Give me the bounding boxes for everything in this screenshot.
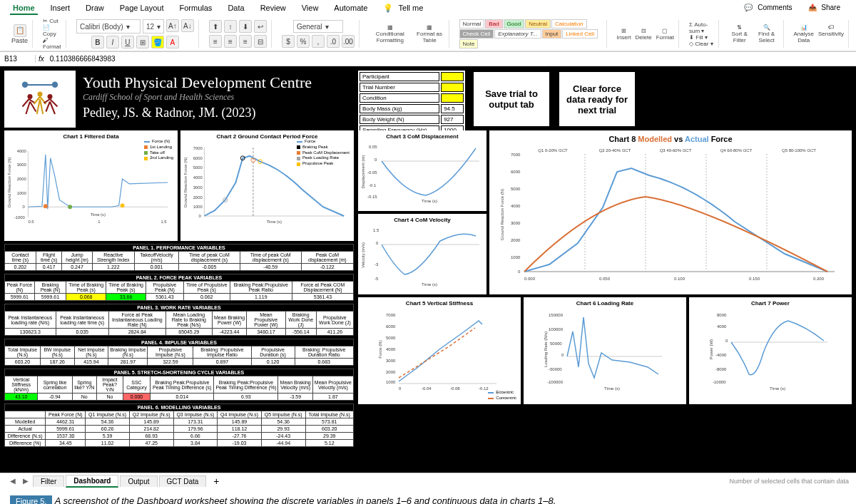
currency-icon[interactable]: $ [282, 35, 295, 48]
table-cell[interactable]: 603.20 [5, 359, 41, 366]
table-cell[interactable]: Mean Braking Velocity (m/s) [278, 376, 312, 394]
table-cell[interactable]: Propulsive Work Done (J) [316, 312, 353, 329]
sheet-tab-output[interactable]: Output [120, 475, 157, 487]
font-size-select[interactable]: 12 ▾ [143, 19, 164, 34]
table-cell[interactable]: Q4 Impulse (N.s) [218, 411, 262, 418]
table-cell[interactable]: 5999.61 [34, 294, 66, 301]
table-cell[interactable] [441, 93, 464, 103]
align-bottom-icon[interactable]: ⬇ [239, 20, 252, 33]
table-cell[interactable]: Net Impulse (N.s) [74, 346, 108, 359]
table-cell[interactable]: 5361.43 [292, 294, 353, 301]
tab-review[interactable]: Review [258, 2, 289, 15]
table-cell[interactable]: Braking Peak:Propulsive Peak Ratio [230, 282, 292, 294]
name-box[interactable]: B13 [0, 55, 36, 63]
style-input[interactable]: Input [542, 29, 562, 38]
table-cell[interactable]: Braking Peak:Propulsive Peak Timing Diff… [214, 376, 278, 394]
style-bad[interactable]: Bad [485, 19, 502, 29]
table-cell[interactable]: 54.36 [86, 418, 130, 426]
style-check-cell[interactable]: Check Cell [459, 29, 494, 38]
table-cell[interactable]: Q1 Impulse (N.s) [86, 411, 130, 418]
table-cell[interactable]: Time of peak CoM displacement (s) [240, 252, 301, 264]
table-cell[interactable]: Modelled [5, 418, 46, 426]
table-cell[interactable]: -3.59 [278, 394, 312, 401]
sheet-tab-filter[interactable]: Filter [33, 475, 64, 487]
table-cell[interactable]: 5361.43 [146, 294, 184, 301]
table-cell[interactable]: Propulsive Duration (s) [251, 346, 295, 359]
table-cell[interactable]: Difference (N.s) [5, 433, 46, 440]
table-cell[interactable]: 33.66 [106, 294, 146, 301]
style-explanatory[interactable]: Explanatory T... [494, 29, 541, 38]
table-cell[interactable]: 281.97 [108, 359, 148, 366]
italic-button[interactable]: I [106, 36, 119, 48]
style-calculation[interactable]: Calculation [551, 19, 587, 29]
clear-button[interactable]: ◇ Clear ▾ [689, 41, 713, 47]
table-cell[interactable]: 54.36 [261, 418, 305, 426]
table-cell[interactable]: Time of Braking Peak (s) [66, 282, 106, 294]
table-cell[interactable]: 0.120 [251, 359, 295, 366]
tab-draw[interactable]: Draw [83, 2, 107, 15]
style-normal[interactable]: Normal [459, 19, 485, 29]
table-cell[interactable]: -40.59 [240, 264, 301, 271]
table-cell[interactable]: 0.897 [193, 359, 251, 366]
fx-icon[interactable]: fx [36, 55, 47, 63]
border-button[interactable]: ⊞ [136, 36, 149, 48]
table-cell[interactable]: 60.26 [86, 426, 130, 433]
table-cell[interactable]: Mean Propulsive Velocity (m/s) [312, 376, 353, 394]
table-cell[interactable]: No [72, 394, 96, 401]
table-cell[interactable]: -24.43 [261, 433, 305, 440]
table-cell[interactable]: 322.59 [148, 359, 193, 366]
decrease-decimal-icon[interactable]: .00 [342, 35, 355, 48]
find-select-button[interactable]: 🔍Find & Select [755, 24, 779, 43]
decrease-font-icon[interactable]: A↓ [181, 19, 194, 32]
clear-force-button[interactable]: Clear force data ready for next trial [558, 71, 636, 128]
table-cell[interactable]: 0.035 [56, 329, 108, 336]
percent-icon[interactable]: % [297, 35, 310, 48]
table-cell[interactable]: Peak Force (N) [46, 411, 86, 418]
sheet-tab-dashboard[interactable]: Dashboard [66, 475, 118, 488]
table-cell[interactable]: 4462.31 [46, 418, 86, 426]
table-cell[interactable]: 43.10 [5, 394, 38, 401]
align-right-icon[interactable]: ≡ [239, 35, 252, 48]
paste-button[interactable]: 📋 [14, 24, 26, 37]
bold-button[interactable]: B [91, 36, 104, 48]
table-cell[interactable]: 0.202 [5, 264, 36, 271]
tab-insert[interactable]: Insert [48, 2, 73, 15]
align-top-icon[interactable]: ⬆ [209, 20, 222, 33]
table-cell[interactable]: 1537.30 [46, 433, 86, 440]
table-cell[interactable]: 34.45 [46, 440, 86, 447]
align-center-icon[interactable]: ≡ [224, 35, 237, 48]
table-cell[interactable]: -27.76 [218, 433, 262, 440]
table-cell[interactable]: 603.20 [305, 426, 353, 433]
table-cell[interactable]: 1.222 [92, 264, 135, 271]
table-cell[interactable]: Difference (%) [5, 440, 46, 447]
table-cell[interactable]: 214.82 [129, 426, 173, 433]
table-cell[interactable]: 173.31 [173, 418, 218, 426]
table-cell[interactable]: Spring like correlation [38, 376, 72, 394]
table-cell[interactable]: Impact Peak? Y/N [96, 376, 123, 394]
table-cell[interactable]: 1.119 [230, 294, 292, 301]
table-cell[interactable]: Peak Force (N) [5, 282, 35, 294]
tab-home[interactable]: Home [10, 2, 38, 15]
fill-color-button[interactable]: 🪣 [151, 36, 164, 48]
table-cell[interactable]: Contact time (s) [5, 252, 36, 264]
table-cell[interactable]: -44.94 [261, 440, 305, 447]
table-cell[interactable]: SSC Category [123, 376, 150, 394]
tab-view[interactable]: View [299, 2, 322, 15]
comma-icon[interactable]: , [312, 35, 325, 48]
table-cell[interactable]: 0.683 [295, 359, 353, 366]
table-cell[interactable]: Force at Peak COM Displacement (N) [292, 282, 353, 294]
table-cell[interactable] [441, 72, 464, 81]
save-trial-button[interactable]: Save trial to output tab [472, 71, 551, 128]
table-cell[interactable]: Time of Braking Peak (s) [106, 282, 146, 294]
table-cell[interactable]: 179.96 [173, 426, 218, 433]
sensitivity-button[interactable]: 🏷Sensitivity [818, 24, 844, 43]
table-cell[interactable]: 0.001 [135, 264, 179, 271]
table-cell[interactable]: 5.39 [86, 433, 130, 440]
table-cell[interactable]: 3480.17 [247, 329, 285, 336]
table-cell[interactable]: Vertical Stiffness (kN/m) [5, 376, 38, 394]
style-good[interactable]: Good [504, 19, 525, 29]
table-cell[interactable]: Peak Instantaneous loading rate time (s) [56, 312, 108, 329]
align-left-icon[interactable]: ≡ [209, 35, 222, 48]
tab-automate[interactable]: Automate [331, 2, 370, 15]
table-cell[interactable]: 187.26 [40, 359, 74, 366]
